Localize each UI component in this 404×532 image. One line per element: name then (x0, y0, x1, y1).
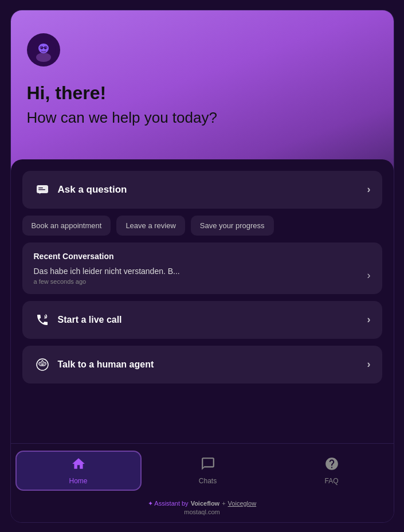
start-live-call-label: Start a live call (58, 315, 122, 325)
nav-home[interactable]: Home (15, 451, 142, 491)
chat-bubble-icon (34, 181, 51, 198)
quick-actions-row: Book an appointment Leave a review Save … (22, 216, 382, 236)
phone-icon (34, 311, 51, 328)
nav-faq-label: FAQ (324, 477, 338, 485)
save-progress-button[interactable]: Save your progress (191, 216, 274, 236)
nav-chats-label: Chats (199, 477, 217, 485)
ask-question-button[interactable]: Ask a question › (22, 171, 382, 209)
recent-conv-header: Recent Conversation (34, 252, 371, 261)
conversation-item[interactable]: Das habe ich leider nicht verstanden. B.… (34, 267, 371, 285)
nav-chats[interactable]: Chats (146, 451, 270, 491)
voiceglow-brand: Voiceglow (228, 500, 257, 507)
bottom-nav: Home Chats FAQ (11, 443, 394, 495)
chevron-right-icon: › (367, 314, 371, 326)
footer: ✦ Assistant by Voiceflow + Voiceglow mos… (11, 495, 394, 522)
home-icon (71, 456, 86, 475)
soccer-ball-icon (34, 356, 51, 373)
leave-review-button[interactable]: Leave a review (116, 216, 185, 236)
ask-question-label: Ask a question (58, 184, 127, 195)
sparkle-icon: ✦ Assistant by (148, 500, 189, 507)
chevron-right-icon: › (367, 358, 371, 370)
talk-human-button[interactable]: Talk to a human agent › (22, 346, 382, 384)
svg-rect-9 (38, 187, 43, 189)
start-live-call-button[interactable]: Start a live call › (22, 301, 382, 339)
conv-timestamp: a few seconds ago (34, 278, 367, 285)
content-section: Ask a question › Book an appointment Lea… (11, 159, 394, 384)
talk-human-label: Talk to a human agent (58, 359, 154, 370)
footer-plus: + (222, 500, 225, 507)
voiceflow-brand: Voiceflow (191, 500, 220, 507)
svg-point-1 (36, 53, 51, 62)
chevron-right-icon: › (367, 269, 371, 281)
chat-icon (201, 456, 215, 475)
avatar (27, 33, 60, 66)
nav-faq[interactable]: FAQ (270, 451, 394, 491)
chevron-right-icon: › (367, 183, 371, 195)
svg-point-13 (41, 363, 44, 366)
recent-conversation-card: Recent Conversation Das habe ich leider … (22, 242, 382, 294)
footer-domain: mostaql.com (11, 508, 394, 515)
svg-rect-10 (38, 189, 45, 190)
hero-greeting: Hi, there! (27, 83, 378, 104)
conv-message-text: Das habe ich leider nicht verstanden. B.… (34, 267, 320, 276)
question-icon (324, 456, 339, 475)
book-appointment-button[interactable]: Book an appointment (22, 216, 111, 236)
nav-home-label: Home (69, 477, 87, 485)
hero-subtitle: How can we help you today? (27, 108, 378, 128)
